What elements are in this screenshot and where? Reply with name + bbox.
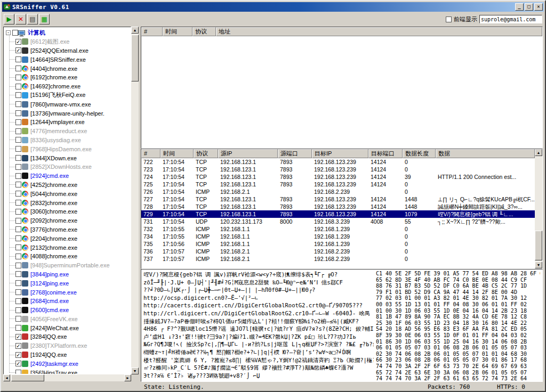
scroll-thumb[interactable] (535, 231, 542, 260)
process-checkbox[interactable]: ✓ (15, 361, 21, 366)
process-checkbox[interactable] (15, 325, 21, 331)
tree-horizontal-scrollbar[interactable]: ◄ ► (3, 374, 131, 381)
scroll-thumb[interactable] (131, 35, 139, 81)
tree-item[interactable]: [4404]chrome.exe (5, 64, 131, 73)
process-checkbox[interactable]: ✓ (15, 343, 21, 349)
process-checkbox[interactable] (15, 155, 21, 161)
tree-item[interactable]: [4088]chrome.exe (5, 252, 131, 261)
maximize-button[interactable]: □ (525, 3, 533, 11)
tree-item[interactable]: ✓[1924]QQ.exe (5, 350, 131, 360)
column-header[interactable]: 时间 (160, 149, 194, 158)
tree-item[interactable]: [3776]chrome.exe (5, 225, 131, 234)
packet-row[interactable]: 73417:10:55ICMP192.168.1.1192.168.1.2390 (141, 233, 535, 240)
packet-row[interactable]: 72817:10:54TCP192.168.123.17893192.168.1… (141, 203, 535, 210)
process-checkbox[interactable] (15, 110, 21, 116)
process-checkbox[interactable] (15, 101, 21, 107)
column-header[interactable]: 源IP (218, 149, 278, 158)
tree-item[interactable]: [8336]usysdiag.exe (5, 136, 131, 145)
process-checkbox[interactable] (15, 271, 21, 277)
process-checkbox[interactable] (15, 164, 21, 170)
adapter-button[interactable]: ▦ (39, 14, 50, 24)
tree-item[interactable]: ✓[6612]截图.exe (5, 37, 131, 46)
process-checkbox[interactable] (15, 209, 21, 215)
tree-item[interactable]: [948]SuperminumPortable.exe (5, 261, 131, 270)
column-header[interactable]: 数据长度 (403, 149, 436, 158)
process-checkbox[interactable]: ✓ (15, 334, 21, 340)
tree-item[interactable]: [7968]HipsDaemon.exe (5, 144, 131, 153)
tree-item[interactable]: [356]HipsTray.exe (5, 368, 131, 374)
process-checkbox[interactable] (15, 235, 21, 241)
packet-row[interactable]: 73617:10:57ICMP192.168.2.1192.168.2.2390 (141, 248, 535, 255)
column-header[interactable]: 地址 (216, 27, 542, 36)
process-checkbox[interactable]: ✓ (15, 47, 21, 53)
tree-item[interactable]: [2852]XDownHosts.exe (5, 162, 131, 172)
close-button[interactable]: ✕ (534, 3, 543, 11)
column-header[interactable]: 目标IP (312, 149, 368, 158)
process-checkbox[interactable] (15, 289, 21, 295)
tree-item[interactable]: [3124]ping.exe (5, 279, 131, 288)
process-checkbox[interactable] (15, 173, 21, 179)
column-header[interactable]: # (141, 149, 160, 158)
tree-item[interactable]: [2768]conime.exe (5, 288, 131, 297)
tree-item[interactable]: [12644]vmplayer.exe (5, 118, 131, 127)
tree-item[interactable]: [2832]chrome.exe (5, 198, 131, 207)
process-checkbox[interactable] (15, 182, 21, 187)
email-input[interactable] (479, 15, 542, 23)
tree-item[interactable]: [14664]SRSniffer.exe (5, 55, 131, 64)
process-checkbox[interactable] (15, 92, 21, 98)
process-checkbox[interactable] (15, 307, 21, 313)
tree-item[interactable]: [13736]vmware-unity-helper. (5, 109, 131, 118)
packet-row[interactable]: 72917:10:54TCP192.168.123.17893192.168.1… (141, 210, 535, 218)
tree-item[interactable]: [4252]chrome.exe (5, 181, 131, 190)
packet-row[interactable]: 73717:10:57ICMP192.168.2.1192.168.2.2390 (141, 255, 535, 263)
process-checkbox[interactable] (15, 137, 21, 143)
process-checkbox[interactable] (15, 146, 21, 152)
frontend-display-checkbox[interactable] (446, 17, 452, 22)
tree-item[interactable]: [2204]chrome.exe (5, 234, 131, 243)
root-checkbox[interactable] (12, 30, 18, 36)
process-checkbox[interactable] (15, 75, 21, 80)
scroll-right-icon[interactable]: ► (124, 374, 131, 381)
scroll-up-icon[interactable]: ▲ (131, 27, 139, 34)
process-checkbox[interactable] (15, 370, 21, 374)
packet-row[interactable]: 72617:10:54ICMP192.168.2.1192.168.2.2390 (141, 188, 535, 195)
column-header[interactable]: 协议 (194, 149, 218, 158)
process-checkbox[interactable] (15, 200, 21, 206)
packet-row[interactable]: 72517:10:54TCP192.168.123.17893192.168.1… (141, 181, 535, 188)
tree-item[interactable]: [14692]chrome.exe (5, 82, 131, 91)
tree-item[interactable]: [4056]FreeVK.exe (5, 315, 131, 324)
tree-item[interactable]: [2684]cmd.exe (5, 297, 131, 306)
process-checkbox[interactable]: ✓ (15, 352, 21, 358)
process-checkbox[interactable] (15, 191, 21, 197)
scroll-left-icon[interactable]: ◄ (3, 374, 10, 381)
column-header[interactable]: 协议 (192, 27, 216, 36)
tree-root[interactable]: - 计算机 (5, 28, 131, 37)
collapse-icon[interactable]: - (6, 30, 11, 35)
packet-row[interactable]: 72317:10:54TCP192.168.123.17893192.168.1… (141, 166, 535, 173)
column-header[interactable]: 源端口 (278, 149, 312, 158)
tree-item[interactable]: [3844]ping.exe (5, 270, 131, 279)
tree-item[interactable]: [6192]chrome.exe (5, 73, 131, 82)
tree-item[interactable]: [2424]WeChat.exe (5, 323, 131, 332)
tree-vertical-scrollbar[interactable]: ▲ ▼ (131, 27, 139, 374)
scroll-down-icon[interactable]: ▼ (131, 368, 139, 374)
tree-item[interactable]: [15196]飞秋FeiQ.exe (5, 91, 131, 100)
tree-item[interactable]: ✓[3284]QQ.exe (5, 332, 131, 341)
stop-capture-button[interactable]: ✕ (15, 14, 26, 24)
process-checkbox[interactable] (15, 84, 21, 89)
tree-item[interactable]: [2924]cmd.exe (5, 172, 131, 181)
process-checkbox[interactable] (15, 263, 21, 268)
tree-item[interactable]: [5044]chrome.exe (5, 189, 131, 198)
process-checkbox[interactable] (15, 119, 21, 125)
scroll-down-icon[interactable]: ▼ (535, 262, 542, 268)
minimize-button[interactable]: _ (515, 3, 524, 11)
tree-item[interactable]: [3060]chrome.exe (5, 207, 131, 216)
process-checkbox[interactable] (15, 254, 21, 259)
tree-item[interactable]: [4776]memreduct.exe (5, 127, 131, 136)
options-button[interactable]: ▤ (27, 14, 38, 24)
tree-item[interactable]: ✓[2492]taskmgr.exe (5, 359, 131, 368)
tree-item[interactable]: ✓[2524]QQExternal.exe (5, 46, 131, 55)
process-checkbox[interactable] (15, 298, 21, 304)
column-header[interactable]: 目标端口 (368, 149, 403, 158)
process-checkbox[interactable] (15, 218, 21, 224)
